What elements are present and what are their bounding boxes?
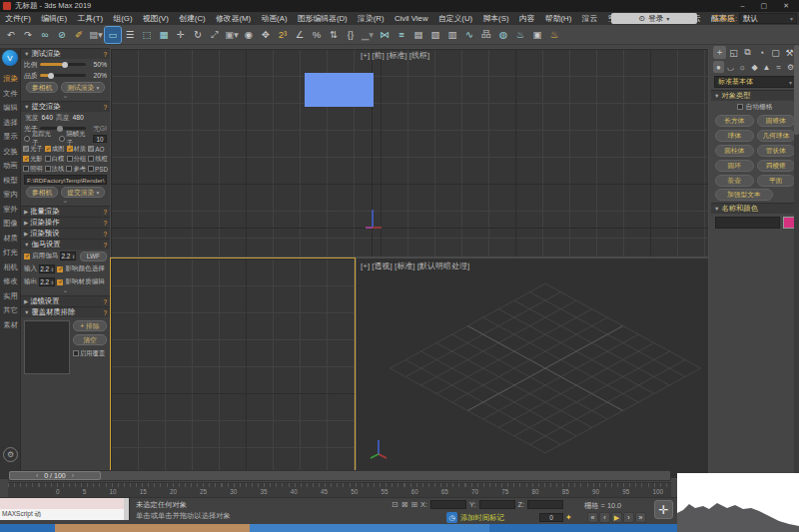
panel-tab-modify[interactable]: 修改: [0, 274, 21, 289]
front-viewport[interactable]: [+] [前] [标准] [线框]: [110, 48, 709, 258]
geosphere-button[interactable]: 几何球体: [757, 130, 796, 142]
menu-edit[interactable]: 编辑(E): [36, 13, 72, 24]
geometry-category-dropdown[interactable]: 标准基本体: [714, 76, 796, 88]
panel-tab-camera[interactable]: 相机: [0, 261, 21, 275]
time-slider[interactable]: 0 / 100: [8, 470, 671, 481]
material-editor-icon[interactable]: ◍: [495, 27, 511, 43]
object-name-field[interactable]: [715, 217, 780, 229]
menu-customize[interactable]: 自定义(U): [433, 13, 478, 24]
test-render-rollout-header[interactable]: ▼测试渲染 ?: [21, 48, 110, 59]
help-icon[interactable]: ?: [103, 309, 107, 316]
lwf-button[interactable]: LWF: [80, 252, 107, 262]
menu-file[interactable]: 文件(F): [0, 13, 36, 24]
check-lightshadow[interactable]: 光影: [23, 155, 43, 164]
check-whitemodel[interactable]: 白模: [45, 155, 65, 164]
panel-tab-light[interactable]: 灯光: [0, 246, 21, 261]
selection-region-icon[interactable]: ⬚: [139, 27, 155, 43]
rollout-render-ops[interactable]: ▶渲染操作?: [21, 217, 110, 228]
taskbar-app-button[interactable]: [250, 524, 489, 532]
help-icon[interactable]: ?: [103, 242, 107, 249]
override-rollout-header[interactable]: ▼覆盖材质排除 ?: [21, 306, 110, 317]
perspective-viewport-label[interactable]: [+] [透视] [标准] [默认明暗处理]: [361, 261, 469, 271]
layer-manager-icon[interactable]: ▧: [427, 27, 443, 43]
select-link-icon[interactable]: ∞: [37, 27, 53, 43]
text-plus-button[interactable]: 加强型文本: [715, 189, 773, 201]
help-icon[interactable]: ?: [103, 104, 107, 111]
rollout-collapse-chevron[interactable]: ⌄: [21, 288, 110, 295]
render-setup-icon[interactable]: ♨: [512, 27, 528, 43]
output-path-field[interactable]: F:\RDFactory\Temp\Render\: [24, 175, 107, 185]
maxscript-mini-listener[interactable]: MAXScript 动: [0, 498, 130, 520]
geometry-subtab[interactable]: ●: [713, 61, 724, 73]
check-group[interactable]: 分组: [67, 155, 87, 164]
panel-tab-utility[interactable]: 实用: [0, 289, 21, 304]
menu-create[interactable]: 创建(C): [174, 13, 211, 24]
settings-gear-icon[interactable]: ⚙: [3, 447, 18, 462]
photon-slider[interactable]: [40, 127, 86, 130]
rollout-collapse-chevron[interactable]: ⌄: [21, 199, 110, 206]
check-photon[interactable]: 光子: [23, 145, 43, 154]
menu-graph-editors[interactable]: 图形编辑器(D): [293, 13, 353, 24]
pan-view-icon[interactable]: ✛: [654, 500, 673, 519]
plane-object[interactable]: [305, 73, 374, 107]
panel-tab-file[interactable]: 文件: [0, 87, 21, 102]
y-coordinate-field[interactable]: [479, 500, 515, 509]
set-key-icon[interactable]: ✦: [565, 513, 572, 522]
frameskip-photon-radio[interactable]: [59, 136, 65, 142]
check-reference[interactable]: 参考: [66, 165, 86, 174]
selection-filter-dropdown[interactable]: ▤▾: [88, 27, 104, 43]
check-ao[interactable]: AO: [88, 146, 108, 153]
panel-tab-edit[interactable]: 编辑: [0, 101, 21, 116]
sphere-button[interactable]: 球体: [715, 130, 754, 142]
panel-tab-material[interactable]: 材质: [0, 232, 21, 247]
absolute-mode-icon[interactable]: ⊞: [410, 500, 417, 509]
percent-snap-icon[interactable]: %: [309, 27, 325, 43]
affect-color-checkbox[interactable]: [57, 266, 63, 272]
select-scale-icon[interactable]: ⤢: [207, 27, 223, 43]
panel-tab-interior[interactable]: 室内: [0, 188, 21, 203]
submit-render-rollout-header[interactable]: ▼提交渲染 ?: [21, 101, 110, 112]
current-frame-field[interactable]: 0: [539, 513, 563, 522]
cameras-subtab[interactable]: ◆: [749, 61, 760, 73]
affect-material-checkbox[interactable]: [57, 279, 63, 285]
tube-button[interactable]: 管状体: [757, 145, 796, 157]
select-rotate-icon[interactable]: ↻: [190, 27, 206, 43]
menu-tools[interactable]: 工具(T): [72, 13, 108, 24]
select-manipulate-icon[interactable]: ✥: [258, 27, 274, 43]
menu-content[interactable]: 内容: [514, 13, 540, 24]
perspective-viewport[interactable]: [+] [透视] [标准] [默认明暗处理]: [356, 258, 709, 479]
close-button[interactable]: ✕: [783, 2, 789, 10]
pyramid-button[interactable]: 四棱锥: [757, 160, 796, 172]
bind-spacewarp-icon[interactable]: ✐: [71, 27, 87, 43]
rendered-frame-icon[interactable]: ▣: [529, 27, 545, 43]
use-pivot-icon[interactable]: ◉: [241, 27, 257, 43]
scene-explorer-icon[interactable]: ▤: [410, 27, 426, 43]
undo-icon[interactable]: ↶: [3, 27, 19, 43]
check-lighting[interactable]: 照明: [23, 165, 43, 174]
panel-tab-render[interactable]: 渲染: [0, 72, 21, 87]
exclude-list[interactable]: [24, 320, 70, 374]
go-to-start-button[interactable]: «: [587, 512, 598, 523]
play-button[interactable]: ▶: [611, 512, 622, 523]
quality-slider[interactable]: [40, 74, 86, 77]
check-wireframe[interactable]: 线框: [88, 155, 108, 164]
clear-exclude-button[interactable]: 清空: [73, 334, 107, 345]
photon-spinner[interactable]: 10: [93, 135, 107, 143]
sign-in-button[interactable]: ⊙ 登录: [611, 13, 697, 24]
active-viewport[interactable]: [110, 258, 356, 479]
modify-tab[interactable]: ◱: [727, 46, 740, 59]
motion-tab[interactable]: ◔: [755, 46, 768, 59]
test-camera-button[interactable]: 参相机: [26, 82, 58, 93]
gamma-out-spinner[interactable]: 2.2: [39, 277, 55, 286]
check-material[interactable]: 材质: [67, 145, 87, 154]
reference-coord-dropdown[interactable]: ▣▾: [224, 27, 240, 43]
spacewarps-subtab[interactable]: ≈: [773, 61, 784, 73]
submit-camera-button[interactable]: 参相机: [26, 187, 58, 198]
hierarchy-tab[interactable]: ⧉: [741, 46, 754, 59]
cone-button[interactable]: 圆锥体: [757, 115, 796, 127]
isolate-selection-icon[interactable]: ⊡: [392, 500, 399, 509]
maximize-button[interactable]: ▢: [761, 2, 768, 10]
track-bar[interactable]: 0510152025303540455055606570758085909510…: [8, 482, 671, 497]
mirror-icon[interactable]: ⋈: [377, 27, 393, 43]
panel-tab-model[interactable]: 模型: [0, 174, 21, 189]
